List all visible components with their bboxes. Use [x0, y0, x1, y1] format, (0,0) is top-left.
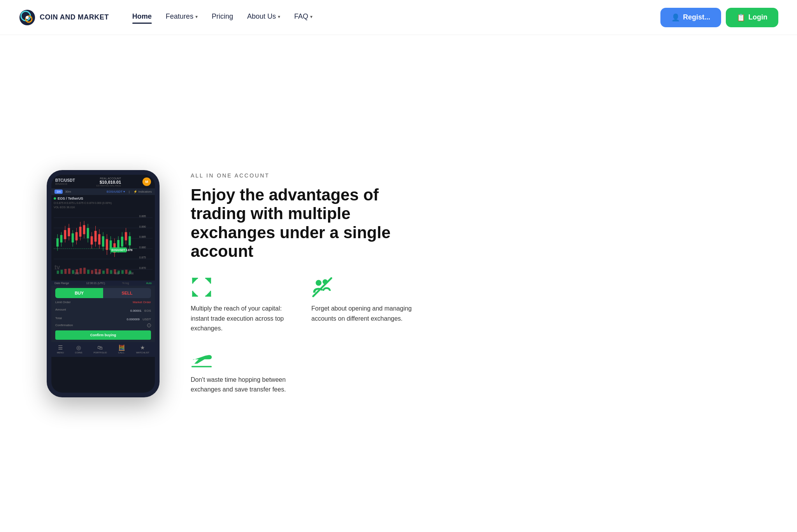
tv-watermark: tv: [54, 264, 60, 271]
date-range-label: Date Range: [54, 282, 69, 284]
phone-exchange: BINANCE: [55, 183, 75, 185]
nav-home[interactable]: Home: [132, 12, 152, 22]
svg-text:0.880: 0.880: [139, 246, 146, 249]
phone-timeframes: 1m 30m EOS/USDT ▾ | ⚡ Indicators: [51, 188, 155, 195]
estimated-balance-label: ESTIMATED BALANCE: [96, 184, 121, 187]
main-content: BTC/USDT BINANCE REAL ACCOUNT $10,010.01…: [0, 35, 797, 532]
bottom-nav-menu[interactable]: ☰ MENU: [57, 344, 64, 354]
svg-rect-21: [64, 230, 66, 239]
amount-unit: EOS: [144, 309, 151, 313]
market-order-option[interactable]: Market Order: [133, 300, 151, 304]
svg-text:0.870: 0.870: [139, 266, 146, 269]
svg-rect-27: [75, 232, 78, 240]
about-chevron-icon: ▾: [278, 14, 280, 19]
phone-pair: BTC/USDT: [55, 178, 75, 183]
indicators-btn[interactable]: ⚡ Indicators: [133, 190, 152, 193]
phone-screen: BTC/USDT BINANCE REAL ACCOUNT $10,010.01…: [51, 175, 155, 393]
sell-button[interactable]: SELL: [103, 288, 151, 298]
logo[interactable]: COIN AND MARKET: [19, 9, 109, 26]
total-row: Total 0.000009 USDT: [55, 315, 151, 322]
bottom-nav-watchlist[interactable]: ★ WATCHLIST: [136, 344, 149, 354]
right-content: ALL IN ONE ACCOUNT Enjoy the advantages …: [191, 172, 416, 395]
feature-item-no-accounts: Forget about opening and managing accoun…: [311, 276, 416, 334]
svg-rect-64: [87, 270, 90, 274]
phone-balance-area: REAL ACCOUNT $10,010.01 ESTIMATED BALANC…: [96, 177, 121, 187]
svg-rect-37: [95, 231, 97, 242]
timeframe-30m[interactable]: 30m: [65, 190, 71, 193]
nav-pricing[interactable]: Pricing: [212, 12, 233, 22]
svg-rect-25: [72, 233, 74, 242]
svg-text:12:00: 12:00: [128, 272, 134, 274]
buysell-buttons: BUY SELL: [55, 288, 151, 298]
svg-rect-63: [83, 267, 86, 274]
svg-rect-56: [57, 270, 59, 274]
order-types: Limit Order Market Order: [55, 300, 151, 304]
limit-order-option[interactable]: Limit Order: [55, 300, 71, 304]
register-icon: 👤: [671, 13, 680, 22]
portfolio-icon: 🛍: [97, 344, 103, 351]
confirmation-label: Confirmation: [55, 323, 73, 327]
features-grid: Multiply the reach of your capital: inst…: [191, 276, 416, 395]
phone-pair-info: BTC/USDT BINANCE: [55, 178, 75, 185]
login-icon: 📋: [737, 13, 745, 22]
svg-marker-92: [205, 291, 211, 296]
chart-symbol-row: EOS / TetherUS: [54, 197, 153, 200]
features-chevron-icon: ▾: [195, 14, 198, 19]
amount-row: Amount 0.00001 EOS: [55, 306, 151, 313]
nav-links: Home Features ▾ Pricing About Us ▾ FAQ ▾: [132, 12, 660, 22]
eos-pair-tab[interactable]: EOS/USDT ▾: [107, 190, 125, 193]
phone-buysell: BUY SELL Limit Order Market Order Amount…: [51, 286, 155, 342]
svg-rect-35: [91, 236, 93, 244]
svg-rect-53: [125, 232, 127, 240]
svg-text:0.885: 0.885: [139, 235, 146, 239]
svg-text:0.875: 0.875: [139, 256, 146, 259]
section-label: ALL IN ONE ACCOUNT: [191, 172, 416, 179]
svg-rect-88: [205, 278, 211, 279]
bottom-nav-calc[interactable]: 🧮 CALC.: [118, 344, 125, 354]
svg-line-97: [313, 278, 332, 297]
timeframe-1m[interactable]: 1m: [54, 190, 63, 194]
total-label: Total: [55, 316, 62, 320]
svg-text:0.890: 0.890: [139, 225, 146, 228]
svg-point-3: [26, 16, 29, 19]
svg-rect-39: [98, 234, 100, 244]
nav-faq[interactable]: FAQ ▾: [294, 12, 312, 22]
bottom-nav-coins[interactable]: ◎ COINS: [75, 344, 83, 354]
login-button[interactable]: 📋 Login: [726, 8, 778, 27]
nav-about[interactable]: About Us ▾: [247, 12, 280, 22]
svg-rect-23: [68, 228, 70, 236]
info-icon: i: [147, 323, 151, 327]
feature-text-no-accounts: Forget about opening and managing accoun…: [311, 304, 416, 323]
svg-rect-85: [192, 278, 198, 279]
svg-rect-17: [56, 238, 59, 246]
chart-prices: O:0.875 H:0.875 L:0.875 C:0.879 0.000 (0…: [54, 202, 153, 204]
date-time-bar: Date Range 12:30:21 (UTC) % log Auto: [51, 281, 155, 286]
avatar: M: [142, 177, 151, 186]
svg-rect-74: [125, 270, 128, 274]
phone-balance: $10,010.01: [96, 180, 121, 184]
svg-rect-65: [91, 270, 93, 274]
bottom-nav-portfolio[interactable]: 🛍 PORTFOLIO: [93, 344, 107, 354]
logo-icon: [19, 9, 36, 26]
nav-features[interactable]: Features ▾: [166, 12, 198, 22]
log-label: % log: [122, 282, 129, 284]
time-utc: 12:30:21 (UTC): [86, 282, 105, 284]
register-button[interactable]: 👤 Regist...: [660, 8, 721, 27]
buy-button[interactable]: BUY: [55, 288, 103, 298]
amount-label: Amount: [55, 308, 66, 311]
feature-item-takeoff: Don't waste time hopping between exchang…: [191, 348, 296, 395]
svg-marker-83: [193, 278, 198, 284]
phone-chart-area: EOS / TetherUS O:0.875 H:0.875 L:0.875 C…: [51, 195, 155, 281]
confirm-button[interactable]: Confirm buying: [55, 330, 151, 340]
svg-rect-58: [64, 269, 67, 274]
feature-item-expand: Multiply the reach of your capital: inst…: [191, 276, 296, 334]
chart-symbol: EOS / TetherUS: [58, 197, 83, 200]
feature-item-empty: [311, 348, 416, 395]
svg-rect-94: [205, 296, 211, 297]
svg-text:6:00: 6:00: [95, 272, 100, 274]
svg-rect-98: [191, 366, 212, 367]
svg-rect-69: [106, 268, 109, 274]
svg-rect-59: [68, 268, 70, 274]
watchlist-icon: ★: [140, 344, 145, 351]
menu-icon: ☰: [58, 344, 63, 351]
